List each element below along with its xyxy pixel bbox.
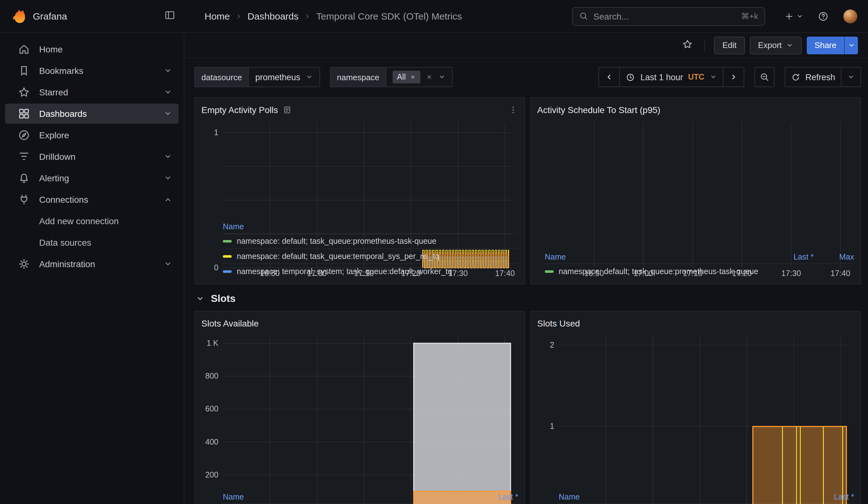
bell-icon	[18, 172, 30, 184]
sidebar-item-alerting[interactable]: Alerting	[5, 168, 179, 188]
refresh-button[interactable]: Refresh	[784, 67, 841, 87]
breadcrumb-home[interactable]: Home	[205, 11, 230, 21]
legend-column-header[interactable]: Name	[545, 253, 773, 261]
breadcrumb-dashboards[interactable]: Dashboards	[247, 11, 299, 21]
sidebar-item-label: Alerting	[39, 173, 69, 183]
refresh-label: Refresh	[805, 72, 835, 82]
namespace-select[interactable]: All	[386, 67, 453, 87]
datasource-label: datasource	[194, 67, 249, 87]
time-range-button[interactable]: Last 1 hour UTC	[620, 67, 723, 87]
grafana-logo-icon[interactable]	[10, 8, 27, 24]
time-forward-button[interactable]	[723, 67, 744, 87]
panel-row-1: Empty Activity Polls16:5017:0017:1017:20…	[194, 97, 861, 284]
legend-column-header[interactable]: Name	[559, 493, 814, 502]
namespace-chip[interactable]: All	[393, 71, 421, 83]
brand-area: Grafana	[0, 8, 184, 24]
legend-row[interactable]: namespace: default; task_queue:prometheu…	[545, 263, 854, 278]
sidebar-item-label: Drilldown	[39, 152, 75, 162]
legend-column-header[interactable]: Max	[817, 253, 854, 261]
clear-all-icon[interactable]	[425, 73, 433, 81]
help-button[interactable]	[817, 10, 829, 22]
star-dashboard-button[interactable]	[680, 36, 696, 55]
time-back-button[interactable]	[599, 67, 620, 87]
sidebar-item-starred[interactable]: Starred	[5, 82, 179, 102]
panel-header[interactable]: Empty Activity Polls	[202, 102, 518, 118]
add-new-button[interactable]	[784, 11, 804, 21]
sidebar-item-home[interactable]: Home	[5, 39, 179, 59]
chevron-down-icon	[709, 73, 717, 81]
panel-header[interactable]: Slots Available	[202, 315, 518, 331]
plug-icon	[18, 193, 30, 206]
plus-icon	[784, 11, 794, 21]
zoom-out-button[interactable]	[754, 67, 774, 87]
sidebar-item-label: Add new connection	[39, 216, 119, 226]
datasource-select[interactable]: prometheus	[249, 67, 320, 87]
legend-row[interactable]: namespace: temporal_system; task_queue:d…	[223, 263, 518, 278]
user-avatar[interactable]	[843, 9, 858, 24]
y-tick-label: 800	[205, 371, 218, 380]
sidebar-item-add-new-connection[interactable]: Add new connection	[5, 211, 179, 231]
time-series-chart-activity-schedule-to-start-p95[interactable]: 16:5017:0017:1017:2017:3017:40	[537, 118, 854, 251]
panel-empty-activity-polls: Empty Activity Polls16:5017:0017:1017:20…	[194, 97, 525, 284]
panel-row-2: Slots Available16:5017:0017:1017:2017:30…	[194, 311, 861, 504]
legend-series-name: namespace: temporal_system; task_queue:d…	[237, 267, 518, 276]
legend-row[interactable]: namespace: default; task_queue:prometheu…	[223, 233, 518, 248]
chevron-right-icon	[235, 12, 242, 20]
panel-title[interactable]: Slots Used	[537, 318, 580, 328]
remove-filter-icon[interactable]	[410, 74, 416, 80]
chevron-down-icon	[796, 12, 804, 20]
refresh-interval-button[interactable]	[841, 67, 861, 87]
sidebar-item-label: Data sources	[39, 237, 91, 248]
edit-button[interactable]: Edit	[714, 36, 745, 54]
apps-icon	[18, 107, 30, 120]
export-button[interactable]: Export	[750, 36, 802, 54]
compass-icon	[18, 129, 30, 142]
legend-row[interactable]: namespace: default; task_queue:temporal_…	[223, 248, 518, 263]
search-input[interactable]: Search... ⌘+k	[572, 7, 765, 25]
datasource-value: prometheus	[255, 72, 300, 82]
section-slots[interactable]: Slots	[196, 293, 861, 305]
panel-activity-schedule-to-start-p95: Activity Schedule To Start (p95)16:5017:…	[530, 97, 861, 284]
time-series-chart-slots-available[interactable]: 16:5017:0017:1017:2017:3017:400200400600…	[202, 331, 518, 491]
sidebar-item-bookmarks[interactable]: Bookmarks	[5, 61, 179, 81]
legend-column-header[interactable]: Name	[223, 493, 478, 502]
search-placeholder: Search...	[593, 11, 629, 21]
sidebar-item-explore[interactable]: Explore	[5, 125, 179, 145]
sidebar-item-drilldown[interactable]: Drilldown	[5, 146, 179, 167]
sidebar-item-administration[interactable]: Administration	[5, 254, 179, 274]
breadcrumb-current: Temporal Core SDK (OTel) Metrics	[316, 11, 462, 21]
legend-column-header[interactable]: Last *	[482, 493, 518, 502]
panel-title[interactable]: Activity Schedule To Start (p95)	[537, 105, 660, 115]
dashboard-toolbar: Edit Export Share	[184, 33, 868, 58]
namespace-label: namespace	[330, 67, 386, 87]
sidebar-item-connections[interactable]: Connections	[5, 189, 179, 210]
chevron-down-icon	[847, 73, 855, 81]
time-series-chart-slots-used[interactable]: 16:5017:0017:1017:2017:3017:40012	[537, 331, 854, 491]
chevron-down-icon	[305, 73, 313, 81]
legend-column-header[interactable]: Last *	[817, 493, 854, 502]
dock-sidebar-button[interactable]	[164, 9, 175, 23]
panel-title[interactable]: Empty Activity Polls	[202, 105, 278, 115]
dashboard-controls: datasource prometheus namespace All	[184, 58, 868, 87]
sidebar-item-label: Home	[39, 44, 63, 54]
panel-description-icon[interactable]	[283, 105, 292, 114]
panel-header[interactable]: Slots Used	[537, 315, 854, 331]
legend-header: NameLast *	[559, 491, 854, 503]
time-series-chart-empty-activity-polls[interactable]: 16:5017:0017:1017:2017:3017:4001	[202, 118, 518, 220]
breadcrumb: Home Dashboards Temporal Core SDK (OTel)…	[205, 11, 462, 21]
edit-button-label: Edit	[723, 40, 737, 50]
legend-column-header[interactable]: Name	[223, 222, 518, 231]
share-menu-button[interactable]	[844, 36, 858, 54]
panel-menu-icon[interactable]	[508, 105, 518, 115]
panel-title[interactable]: Slots Available	[202, 318, 259, 328]
sidebar-item-dashboards[interactable]: Dashboards	[5, 104, 179, 124]
sidebar-item-data-sources[interactable]: Data sources	[5, 233, 179, 253]
share-button[interactable]: Share	[807, 36, 844, 54]
legend-column-header[interactable]: Last *	[777, 253, 814, 261]
panel-header[interactable]: Activity Schedule To Start (p95)	[537, 102, 854, 118]
drilldown-icon	[18, 150, 30, 163]
y-tick-label: 1	[214, 128, 218, 137]
legend-header: NameLast *Max	[545, 251, 854, 263]
top-header: Grafana Home Dashboards Temporal Core SD…	[0, 0, 868, 33]
panel-legend: NameLast *Maxnamespace: default; task_qu…	[545, 251, 854, 278]
